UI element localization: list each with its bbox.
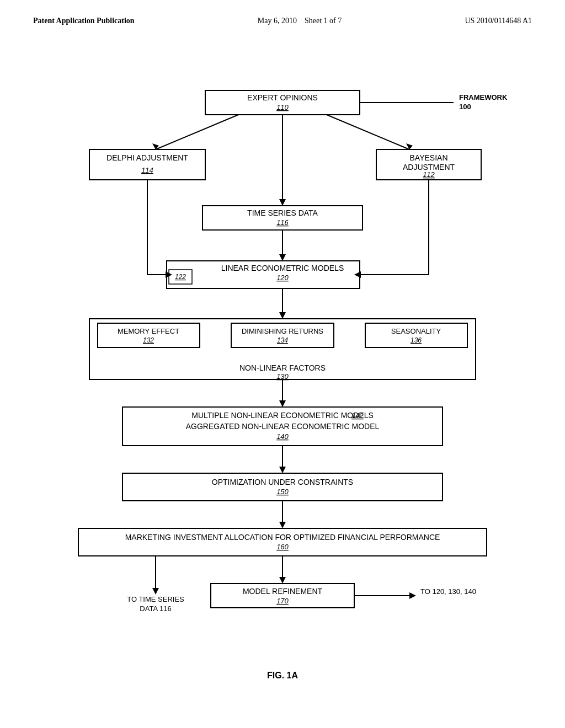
to-back-label: TO 120, 130, 140: [420, 587, 476, 596]
to-ts-label1: TO TIME SERIES: [127, 595, 184, 603]
nonlinear-factors-ref: 130: [276, 372, 289, 381]
framework-ref: 100: [459, 103, 471, 111]
optimization-label: OPTIMIZATION UNDER CONSTRAINTS: [212, 478, 353, 486]
multiple-nonlinear-label: MULTIPLE NON-LINEAR ECONOMETRIC MODELS: [191, 411, 374, 420]
header-sheet: Sheet 1 of 7: [305, 17, 342, 25]
multiple-nonlinear-ref: 142: [351, 411, 364, 420]
main-diagram: FRAMEWORK 100 EXPERT OPINIONS 110 DELPHI…: [45, 42, 520, 665]
diminishing-label: DIMINISHING RETURNS: [242, 327, 323, 335]
memory-label: MEMORY EFFECT: [118, 327, 179, 335]
arrow-eo-delphi: [156, 115, 238, 149]
memory-ref: 132: [143, 336, 154, 344]
header-date: May 6, 2010: [258, 17, 297, 25]
arrowhead-agg-opt: [279, 467, 286, 473]
header-center: May 6, 2010 Sheet 1 of 7: [258, 17, 342, 25]
expert-opinions-label: EXPERT OPINIONS: [247, 93, 318, 102]
header-left: Patent Application Publication: [33, 17, 135, 25]
linear-econ-subref: 122: [175, 273, 186, 281]
arrowhead-eo-ts: [279, 199, 286, 206]
framework-label: FRAMEWORK: [459, 93, 508, 101]
arrowhead-le-nlf: [279, 312, 286, 319]
arrowhead-mr-back: [409, 592, 416, 599]
model-refinement-label: MODEL REFINEMENT: [243, 587, 323, 596]
aggregated-label: AGGREGATED NON-LINEAR ECONOMETRIC MODEL: [186, 422, 380, 431]
seasonality-label: SEASONALITY: [391, 327, 441, 335]
aggregated-ref: 140: [276, 432, 289, 441]
model-refinement-ref: 170: [276, 597, 289, 605]
ts-ref: 116: [276, 218, 289, 227]
optimization-ref: 150: [276, 488, 289, 496]
expert-opinions-ref: 110: [276, 103, 289, 111]
to-ts-label2: DATA 116: [140, 604, 171, 613]
linear-econ-label: LINEAR ECONOMETRIC MODELS: [221, 264, 344, 272]
bayesian-label1: BAYESIAN: [410, 153, 448, 162]
delphi-ref: 114: [141, 166, 153, 174]
delphi-label1: DELPHI ADJUSTMENT: [106, 153, 188, 162]
ts-label: TIME SERIES DATA: [247, 208, 318, 217]
arrowhead-mkt-ts: [152, 588, 159, 595]
page: Patent Application Publication May 6, 20…: [0, 0, 565, 728]
arrow-eo-bayesian: [327, 115, 409, 149]
seasonality-ref: 136: [411, 336, 422, 344]
arrowhead-nlf-agg: [279, 400, 286, 407]
nonlinear-factors-label: NON-LINEAR FACTORS: [239, 363, 326, 372]
marketing-ref: 160: [276, 543, 289, 551]
bayesian-ref: 112: [423, 170, 435, 179]
diminishing-ref: 134: [277, 336, 288, 344]
marketing-label: MARKETING INVESTMENT ALLOCATION FOR OPTI…: [125, 533, 440, 542]
arrowhead-mkt-mr: [279, 577, 286, 584]
linear-econ-ref: 120: [276, 274, 289, 282]
header-right: US 2010/0114648 A1: [465, 17, 532, 25]
fig-caption: FIG. 1A: [33, 671, 532, 681]
arrowhead-opt-mkt: [279, 522, 286, 528]
page-header: Patent Application Publication May 6, 20…: [33, 17, 532, 25]
arrowhead-ts-le: [279, 254, 286, 261]
